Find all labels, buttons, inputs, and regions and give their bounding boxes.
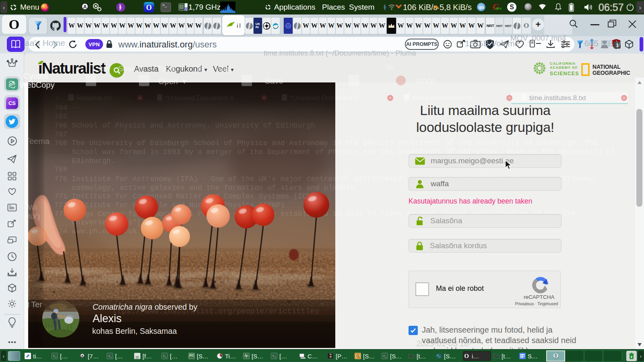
svg-text:cosmology, active galaxies and: cosmology, active galaxies and the forma…	[54, 184, 335, 192]
svg-text:universe works"[3]: universe works"[3]	[54, 218, 150, 226]
svg-text:A: A	[83, 4, 87, 10]
svg-text:769: 769	[54, 165, 67, 173]
svg-text:A: A	[81, 354, 83, 358]
svg-text:773 Higgs Centre for Theoretic: 773 Higgs Centre for Theoretical Physics…	[54, 210, 335, 218]
svg-text:School was formed in 1993 by a: School was formed in 1993 by a merger of…	[54, 148, 335, 156]
svg-text:771 Institute for Condensed Ma: 771 Institute for Condensed Matter and C…	[54, 192, 324, 200]
svg-text:O: O	[146, 4, 152, 12]
svg-text:Edinburgh.: Edinburgh.	[54, 157, 115, 165]
svg-text:770 Institute for Astronomy (I: 770 Institute for Astronomy (IfA) - One …	[54, 175, 335, 183]
